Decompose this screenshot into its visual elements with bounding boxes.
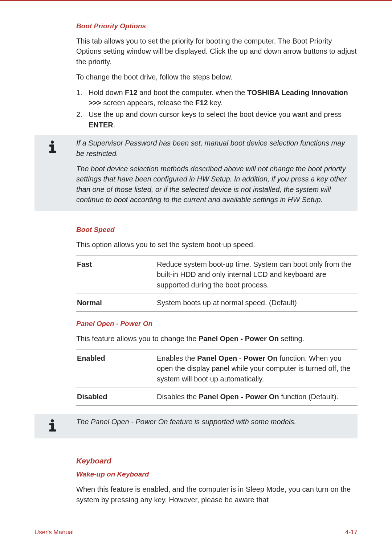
text: Disables the bbox=[157, 393, 199, 401]
footer: User's Manual 4-17 bbox=[34, 525, 358, 536]
table-row: Fast Reduce system boot-up time. System … bbox=[76, 255, 358, 294]
desc: Disables the Panel Open - Power On funct… bbox=[156, 388, 358, 405]
list-text: Use the up and down cursor keys to selec… bbox=[89, 109, 358, 130]
bold-text: Panel Open - Power On bbox=[199, 393, 279, 401]
note-para: If a Supervisor Password has been set, m… bbox=[76, 138, 354, 159]
list-item: 2. Use the up and down cursor keys to se… bbox=[76, 109, 358, 130]
svg-point-4 bbox=[51, 420, 54, 423]
text: screen appears, release the bbox=[101, 99, 195, 107]
content-area: Boot Priority Options This tab allows yo… bbox=[34, 12, 358, 505]
text: Hold down bbox=[89, 89, 125, 97]
note-para: The Panel Open - Power On feature is sup… bbox=[76, 417, 354, 427]
boot-priority-p2: To change the boot drive, follow the ste… bbox=[76, 72, 358, 82]
heading-panel-open: Panel Open - Power On bbox=[76, 320, 358, 328]
desc: Enables the Panel Open - Power On functi… bbox=[156, 349, 358, 388]
svg-rect-6 bbox=[51, 424, 54, 430]
table-row: Normal System boots up at normal speed. … bbox=[76, 294, 358, 312]
term: Fast bbox=[76, 255, 156, 294]
text: Use the up and down cursor keys to selec… bbox=[89, 110, 342, 118]
info-icon bbox=[45, 139, 59, 153]
info-icon bbox=[45, 418, 59, 432]
list-num: 1. bbox=[76, 87, 89, 108]
heading-wake-keyboard: Wake-up on Keyboard bbox=[76, 470, 358, 478]
desc: Reduce system boot-up time. System can b… bbox=[156, 255, 358, 294]
heading-boot-priority: Boot Priority Options bbox=[76, 22, 358, 30]
panel-open-p1: This feature allows you to change the Pa… bbox=[76, 334, 358, 344]
panel-open-table: Enabled Enables the Panel Open - Power O… bbox=[76, 349, 358, 406]
text: This feature allows you to change the bbox=[76, 335, 199, 343]
footer-left: User's Manual bbox=[34, 529, 74, 536]
bold-text: Panel Open - Power On bbox=[199, 335, 279, 343]
list-num: 2. bbox=[76, 109, 89, 130]
svg-rect-2 bbox=[51, 144, 54, 151]
boot-priority-steps: 1. Hold down F12 and boot the computer. … bbox=[76, 87, 358, 130]
boot-speed-table: Fast Reduce system boot-up time. System … bbox=[76, 255, 358, 312]
note-block-boot-priority: If a Supervisor Password has been set, m… bbox=[34, 135, 358, 211]
text: Enables the bbox=[157, 354, 197, 362]
note-para: The boot device selection methods descri… bbox=[76, 164, 354, 205]
text: and boot the computer. when the bbox=[138, 89, 247, 97]
page: Boot Priority Options This tab allows yo… bbox=[0, 0, 392, 505]
heading-boot-speed: Boot Speed bbox=[76, 226, 358, 234]
text: . bbox=[113, 121, 115, 129]
list-text: Hold down F12 and boot the computer. whe… bbox=[89, 87, 358, 108]
text: setting. bbox=[279, 335, 304, 343]
bold-text: F12 bbox=[125, 89, 137, 97]
list-item: 1. Hold down F12 and boot the computer. … bbox=[76, 87, 358, 108]
note-icon-col bbox=[34, 417, 76, 432]
text: function (Default). bbox=[279, 393, 338, 401]
text: key. bbox=[208, 99, 223, 107]
table-row: Disabled Disables the Panel Open - Power… bbox=[76, 388, 358, 405]
term: Normal bbox=[76, 294, 156, 312]
bold-text: Panel Open - Power On bbox=[197, 354, 277, 362]
desc: System boots up at normal speed. (Defaul… bbox=[156, 294, 358, 312]
svg-rect-3 bbox=[49, 151, 56, 153]
svg-rect-7 bbox=[49, 430, 56, 432]
footer-right: 4-17 bbox=[345, 529, 358, 536]
boot-speed-p1: This option allows you to set the system… bbox=[76, 240, 358, 250]
bold-text: ENTER bbox=[89, 121, 113, 129]
note-block-panel-open: The Panel Open - Power On feature is sup… bbox=[34, 414, 358, 438]
boot-priority-p1: This tab allows you to set the priority … bbox=[76, 36, 358, 67]
bold-text: F12 bbox=[195, 99, 208, 107]
note-icon-col bbox=[34, 138, 76, 205]
keyboard-p1: When this feature is enabled, and the co… bbox=[76, 484, 358, 505]
term: Enabled bbox=[76, 349, 156, 388]
table-row: Enabled Enables the Panel Open - Power O… bbox=[76, 349, 358, 388]
svg-point-0 bbox=[51, 140, 54, 144]
heading-keyboard: Keyboard bbox=[76, 457, 358, 465]
term: Disabled bbox=[76, 388, 156, 405]
note-text-col: If a Supervisor Password has been set, m… bbox=[76, 138, 354, 205]
note-text-col: The Panel Open - Power On feature is sup… bbox=[76, 417, 354, 432]
